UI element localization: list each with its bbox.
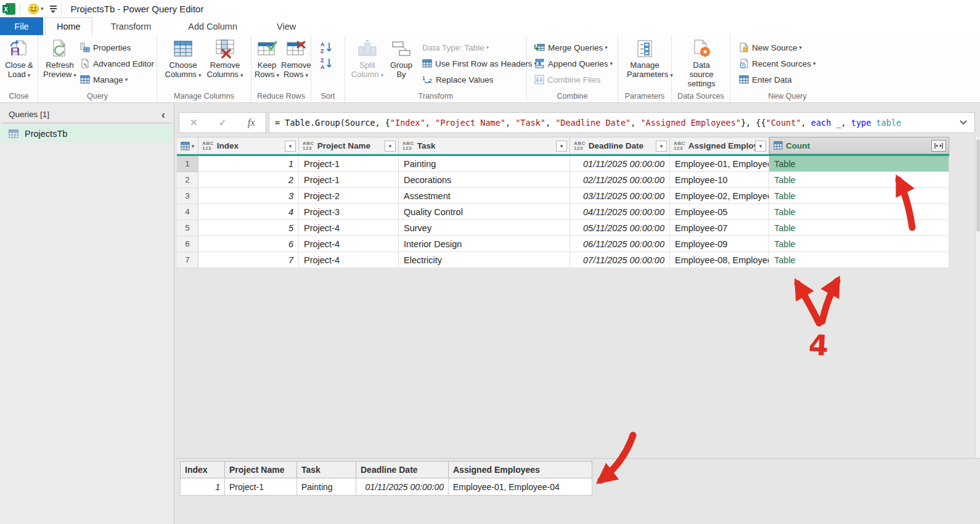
tab-view[interactable]: View	[266, 17, 307, 35]
new-source-button[interactable]: New Source ▾	[739, 39, 816, 55]
grid-cell[interactable]: 03/11/2025 00:00:00	[570, 188, 670, 204]
nested-table-link[interactable]: Table	[769, 188, 949, 204]
vertical-scrollbar[interactable]	[975, 137, 980, 458]
formula-input[interactable]: = Table.Group(Source, {"Index", "Project…	[269, 112, 975, 133]
refresh-preview-button[interactable]: Refresh Preview▾	[42, 39, 78, 80]
nested-table-link[interactable]: Table	[769, 156, 949, 172]
grid-cell[interactable]: Quality Control	[399, 204, 570, 220]
grid-cell[interactable]: Painting	[399, 156, 570, 172]
row-number-cell[interactable]: 4	[177, 204, 198, 220]
smiley-dropdown-caret-icon[interactable]: ▾	[41, 6, 44, 12]
grid-cell[interactable]: Project-3	[299, 204, 399, 220]
nested-table-link[interactable]: Table	[769, 204, 949, 220]
grid-cell[interactable]: Survey	[399, 220, 570, 236]
manage-parameters-button[interactable]: Manage Parameters▾	[627, 39, 663, 80]
grid-cell[interactable]: Project-4	[299, 252, 399, 268]
grid-cell[interactable]: Employee-01, Employee-04	[670, 156, 769, 172]
row-number-cell[interactable]: 6	[177, 236, 198, 252]
row-number-cell[interactable]: 2	[177, 172, 198, 188]
advanced-editor-button[interactable]: Advanced Editor	[80, 55, 154, 72]
quick-access-toolbar-customize-icon[interactable]	[50, 5, 57, 13]
combine-files-button[interactable]: Combine Files	[534, 72, 613, 88]
sort-descending-button[interactable]: Z A	[320, 55, 337, 72]
remove-rows-button[interactable]: Remove Rows▾	[281, 39, 311, 80]
grid-cell[interactable]: Employee-02, Employee-03	[670, 188, 769, 204]
replace-values-button[interactable]: 1 2 Replace Values	[422, 72, 537, 88]
grid-cell[interactable]: Assestment	[399, 188, 570, 204]
grid-cell[interactable]: 7	[198, 252, 299, 268]
filter-dropdown-button[interactable]: ▾	[656, 141, 667, 152]
grid-cell[interactable]: Project-2	[299, 188, 399, 204]
column-header-deadline-date[interactable]: ABC123Deadline Date▾	[570, 137, 670, 154]
grid-cell[interactable]: 06/11/2025 00:00:00	[570, 236, 670, 252]
grid-select-all-corner[interactable]: ▾	[177, 137, 198, 154]
column-header-index[interactable]: ABC123Index▾	[198, 137, 299, 154]
recent-sources-button[interactable]: Recent Sources ▾	[739, 55, 816, 72]
tab-add-column[interactable]: Add Column	[177, 17, 248, 35]
tab-file[interactable]: File	[0, 17, 43, 35]
close-and-load-button[interactable]: Close & Load▾	[1, 39, 37, 80]
grid-cell[interactable]: Employee-10	[670, 172, 769, 188]
grid-cell[interactable]: Project-4	[299, 236, 399, 252]
grid-cell[interactable]: 04/11/2025 00:00:00	[570, 204, 670, 220]
grid-cell[interactable]: Project-1	[299, 172, 399, 188]
sort-ascending-button[interactable]: A Z	[320, 39, 337, 55]
expand-column-button[interactable]	[931, 140, 946, 152]
filter-dropdown-button[interactable]: ▾	[556, 141, 567, 152]
row-number-cell[interactable]: 1	[177, 156, 198, 172]
grid-cell[interactable]: 05/11/2025 00:00:00	[570, 220, 670, 236]
feedback-smiley-icon[interactable]	[28, 4, 39, 14]
column-header-project-name[interactable]: ABC123Project Name▾	[299, 137, 399, 154]
grid-cell[interactable]: Electricity	[399, 252, 570, 268]
tab-home[interactable]: Home	[45, 17, 92, 35]
grid-cell[interactable]: 5	[198, 220, 299, 236]
group-by-button[interactable]: Group By	[386, 39, 417, 79]
choose-columns-button[interactable]: Choose Columns▾	[163, 39, 203, 80]
merge-queries-button[interactable]: Merge Queries ▾	[534, 39, 613, 55]
filter-dropdown-button[interactable]: ▾	[755, 141, 766, 152]
pane-splitter[interactable]	[176, 458, 980, 459]
collapse-panel-icon[interactable]: ‹	[161, 111, 165, 118]
grid-cell[interactable]: 1	[198, 156, 299, 172]
remove-columns-button[interactable]: Remove Columns▾	[205, 39, 245, 80]
column-header-assigned-employees[interactable]: ABC123Assigned Employees▾	[670, 137, 769, 154]
query-item-projectstb[interactable]: ProjectsTb	[0, 125, 174, 142]
grid-cell[interactable]: Employee-05	[670, 204, 769, 220]
use-first-row-as-headers-button[interactable]: Use First Row as Headers ▾	[422, 55, 537, 72]
grid-cell[interactable]: 02/11/2025 00:00:00	[570, 172, 670, 188]
keep-rows-button[interactable]: Keep Rows▾	[253, 39, 281, 80]
enter-data-button[interactable]: Enter Data	[739, 72, 816, 88]
manage-button[interactable]: Manage ▾	[80, 72, 154, 88]
grid-cell[interactable]: Employee-08, Employee-06	[670, 252, 769, 268]
scrollbar-thumb[interactable]	[976, 139, 980, 232]
nested-table-link[interactable]: Table	[769, 236, 949, 252]
grid-cell[interactable]: 6	[198, 236, 299, 252]
grid-cell[interactable]: Interior Design	[399, 236, 570, 252]
grid-cell[interactable]: Employee-09	[670, 236, 769, 252]
formula-accept-icon[interactable]: ✓	[219, 117, 227, 128]
grid-cell[interactable]: Project-4	[299, 220, 399, 236]
grid-cell[interactable]: 07/11/2025 00:00:00	[570, 252, 670, 268]
grid-cell[interactable]: Employee-07	[670, 220, 769, 236]
append-queries-button[interactable]: Append Queries ▾	[534, 55, 613, 72]
grid-cell[interactable]: 4	[198, 204, 299, 220]
grid-cell[interactable]: 01/11/2025 00:00:00	[570, 156, 670, 172]
grid-cell[interactable]: Decorations	[399, 172, 570, 188]
grid-cell[interactable]: Project-1	[299, 156, 399, 172]
row-number-cell[interactable]: 7	[177, 252, 198, 268]
column-header-count[interactable]: Count	[769, 137, 949, 154]
column-header-task[interactable]: ABC123Task▾	[399, 137, 570, 154]
filter-dropdown-button[interactable]: ▾	[385, 141, 396, 152]
split-column-button[interactable]: Split Column▾	[350, 39, 385, 80]
data-type-dropdown[interactable]: Data Type: Table ▾	[422, 39, 537, 55]
filter-dropdown-button[interactable]: ▾	[285, 141, 296, 152]
grid-cell[interactable]: 2	[198, 172, 299, 188]
nested-table-link[interactable]: Table	[769, 220, 949, 236]
grid-cell[interactable]: 3	[198, 188, 299, 204]
properties-button[interactable]: Properties	[80, 39, 154, 55]
nested-table-link[interactable]: Table	[769, 252, 949, 268]
tab-transform[interactable]: Transform	[100, 17, 163, 35]
formula-expand-chevron-icon[interactable]	[960, 120, 967, 125]
row-number-cell[interactable]: 3	[177, 188, 198, 204]
nested-table-link[interactable]: Table	[769, 172, 949, 188]
